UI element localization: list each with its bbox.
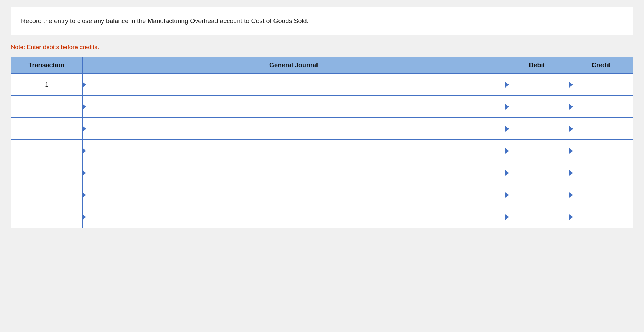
credit-cell[interactable]	[569, 206, 633, 228]
debit-cell[interactable]	[505, 74, 569, 96]
journal-cell[interactable]	[82, 96, 505, 118]
credit-input[interactable]	[569, 124, 633, 133]
transaction-cell	[11, 162, 82, 184]
table-row	[11, 162, 633, 184]
arrow-icon	[569, 148, 573, 154]
journal-cell[interactable]	[82, 206, 505, 228]
arrow-icon	[505, 82, 509, 88]
journal-input[interactable]	[87, 146, 505, 156]
credit-cell[interactable]	[569, 162, 633, 184]
credit-input[interactable]	[569, 168, 633, 178]
table-row	[11, 184, 633, 206]
header-transaction: Transaction	[11, 57, 82, 74]
note-text: Note: Enter debits before credits.	[11, 44, 633, 51]
arrow-icon	[83, 170, 86, 176]
arrow-icon	[569, 82, 573, 88]
page-container: Record the entry to close any balance in…	[0, 0, 644, 332]
journal-cell[interactable]	[82, 184, 505, 206]
credit-cell[interactable]	[569, 184, 633, 206]
arrow-icon	[569, 104, 573, 110]
transaction-cell	[11, 140, 82, 162]
arrow-icon	[569, 192, 573, 198]
credit-cell[interactable]	[569, 140, 633, 162]
header-credit: Credit	[569, 57, 633, 74]
arrow-icon	[505, 214, 509, 220]
credit-input[interactable]	[569, 80, 633, 89]
arrow-icon	[83, 82, 86, 88]
header-debit: Debit	[505, 57, 569, 74]
debit-cell[interactable]	[505, 162, 569, 184]
arrow-icon	[83, 192, 86, 198]
debit-cell[interactable]	[505, 96, 569, 118]
instruction-box: Record the entry to close any balance in…	[11, 7, 633, 35]
arrow-icon	[505, 126, 509, 132]
arrow-icon	[569, 214, 573, 220]
credit-cell[interactable]	[569, 118, 633, 140]
transaction-cell	[11, 96, 82, 118]
transaction-cell	[11, 206, 82, 228]
arrow-icon	[505, 170, 509, 176]
instruction-text: Record the entry to close any balance in…	[21, 16, 623, 26]
journal-table: Transaction General Journal Debit Credit…	[11, 57, 633, 228]
journal-input[interactable]	[87, 124, 505, 133]
table-row	[11, 140, 633, 162]
table-row	[11, 118, 633, 140]
journal-input[interactable]	[87, 212, 505, 222]
debit-input[interactable]	[505, 80, 569, 89]
transaction-cell	[11, 184, 82, 206]
arrow-icon	[569, 126, 573, 132]
header-general-journal: General Journal	[82, 57, 505, 74]
debit-input[interactable]	[505, 146, 569, 156]
debit-input[interactable]	[505, 190, 569, 200]
debit-cell[interactable]	[505, 118, 569, 140]
debit-input[interactable]	[505, 168, 569, 178]
table-row	[11, 206, 633, 228]
arrow-icon	[83, 104, 86, 110]
credit-input[interactable]	[569, 102, 633, 111]
arrow-icon	[83, 148, 86, 154]
journal-input[interactable]	[87, 190, 505, 200]
debit-cell[interactable]	[505, 206, 569, 228]
debit-cell[interactable]	[505, 184, 569, 206]
table-row	[11, 96, 633, 118]
transaction-cell	[11, 118, 82, 140]
journal-input[interactable]	[87, 102, 505, 111]
credit-cell[interactable]	[569, 74, 633, 96]
arrow-icon	[505, 104, 509, 110]
debit-input[interactable]	[505, 102, 569, 111]
arrow-icon	[505, 148, 509, 154]
debit-cell[interactable]	[505, 140, 569, 162]
credit-input[interactable]	[569, 190, 633, 200]
arrow-icon	[83, 214, 86, 220]
journal-input[interactable]	[87, 168, 505, 178]
credit-input[interactable]	[569, 212, 633, 222]
debit-input[interactable]	[505, 212, 569, 222]
arrow-icon	[569, 170, 573, 176]
journal-input[interactable]	[87, 80, 505, 89]
journal-cell[interactable]	[82, 118, 505, 140]
credit-input[interactable]	[569, 146, 633, 156]
journal-cell[interactable]	[82, 162, 505, 184]
journal-cell[interactable]	[82, 140, 505, 162]
journal-cell[interactable]	[82, 74, 505, 96]
arrow-icon	[83, 126, 86, 132]
transaction-cell: 1	[11, 74, 82, 96]
arrow-icon	[505, 192, 509, 198]
debit-input[interactable]	[505, 124, 569, 133]
credit-cell[interactable]	[569, 96, 633, 118]
table-row: 1	[11, 74, 633, 96]
